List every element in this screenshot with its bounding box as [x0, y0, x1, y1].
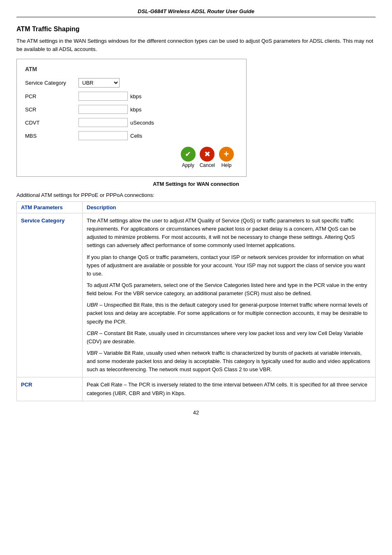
table-header-row: ATM Parameters Description — [17, 202, 376, 213]
atm-buttons: ✔ Apply ✖ Cancel + Help — [25, 147, 238, 168]
mbs-label: MBS — [25, 133, 78, 139]
cbr-term: CBR — [87, 330, 98, 336]
scr-input[interactable] — [78, 105, 128, 114]
cancel-button[interactable]: ✖ Cancel — [200, 147, 215, 168]
desc-p3: To adjust ATM QoS parameters, select one… — [87, 281, 371, 298]
atm-box-title: ATM — [25, 66, 238, 72]
service-category-label: Service Category — [25, 80, 78, 86]
pcr-row: PCR kbps — [25, 92, 238, 101]
pcr-desc-p1: Peak Cell Rate – The PCR is inversely re… — [87, 381, 371, 397]
pcr-label: PCR — [25, 93, 78, 99]
pcr-unit: kbps — [130, 93, 141, 99]
atm-parameters-table: ATM Parameters Description Service Categ… — [16, 201, 376, 401]
desc-p5: CBR – Constant Bit Rate, usually used in… — [87, 329, 371, 346]
help-label: Help — [221, 162, 232, 168]
scr-unit: kbps — [130, 106, 141, 113]
cdvt-unit: uSeconds — [130, 120, 154, 126]
desc-p1: The ATM settings allow the user to adjus… — [87, 217, 371, 250]
atm-caption: ATM Settings for WAN connection — [16, 181, 376, 187]
section-title: ATM Traffic Shaping — [16, 25, 376, 33]
pcr-input-group: kbps — [78, 92, 141, 101]
desc-p2: If you plan to change QoS or traffic par… — [87, 253, 371, 278]
cdvt-input[interactable] — [78, 118, 128, 127]
atm-box: ATM Service Category UBR CBR VBR PCR kbp… — [16, 59, 247, 177]
cdvt-row: CDVT uSeconds — [25, 118, 238, 127]
mbs-row: MBS Cells — [25, 131, 238, 140]
page-number: 42 — [16, 409, 376, 416]
apply-icon: ✔ — [181, 147, 196, 162]
mbs-input[interactable] — [78, 131, 128, 140]
table-row: Service Category The ATM settings allow … — [17, 213, 376, 377]
cancel-label: Cancel — [200, 162, 215, 168]
cdvt-label: CDVT — [25, 120, 78, 126]
intro-paragraph: The ATM settings in the WAN Settings win… — [16, 37, 376, 53]
cdvt-input-group: uSeconds — [78, 118, 154, 127]
cancel-icon: ✖ — [200, 147, 214, 162]
pcr-input[interactable] — [78, 92, 128, 101]
pcr-param: PCR — [17, 377, 83, 401]
scr-row: SCR kbps — [25, 105, 238, 114]
desc-p6: VBR – Variable Bit Rate, usually used wh… — [87, 349, 371, 374]
ubr-term: UBR — [87, 302, 98, 308]
table-row: PCR Peak Cell Rate – The PCR is inversel… — [17, 377, 376, 401]
service-category-desc: The ATM settings allow the user to adjus… — [83, 213, 376, 377]
vbr-term: VBR — [87, 350, 98, 356]
scr-input-group: kbps — [78, 105, 141, 114]
scr-label: SCR — [25, 106, 78, 113]
additional-text: Additional ATM settings for PPPoE or PPP… — [16, 192, 376, 198]
col-header-desc: Description — [83, 202, 376, 213]
help-button[interactable]: + Help — [219, 147, 234, 168]
help-icon: + — [219, 147, 234, 162]
service-category-select[interactable]: UBR CBR VBR — [78, 78, 120, 88]
mbs-unit: Cells — [130, 133, 142, 139]
col-header-param: ATM Parameters — [17, 202, 83, 213]
service-category-row: Service Category UBR CBR VBR — [25, 78, 238, 88]
pcr-desc: Peak Cell Rate – The PCR is inversely re… — [83, 377, 376, 401]
header-title: DSL-G684T Wireless ADSL Router User Guid… — [138, 8, 254, 14]
apply-label: Apply — [182, 162, 194, 168]
apply-button[interactable]: ✔ Apply — [181, 147, 196, 168]
service-category-param: Service Category — [17, 213, 83, 377]
mbs-input-group: Cells — [78, 131, 142, 140]
desc-p4: UBR – Unspecified Bit Rate, this is the … — [87, 301, 371, 326]
page-header: DSL-G684T Wireless ADSL Router User Guid… — [16, 8, 376, 17]
